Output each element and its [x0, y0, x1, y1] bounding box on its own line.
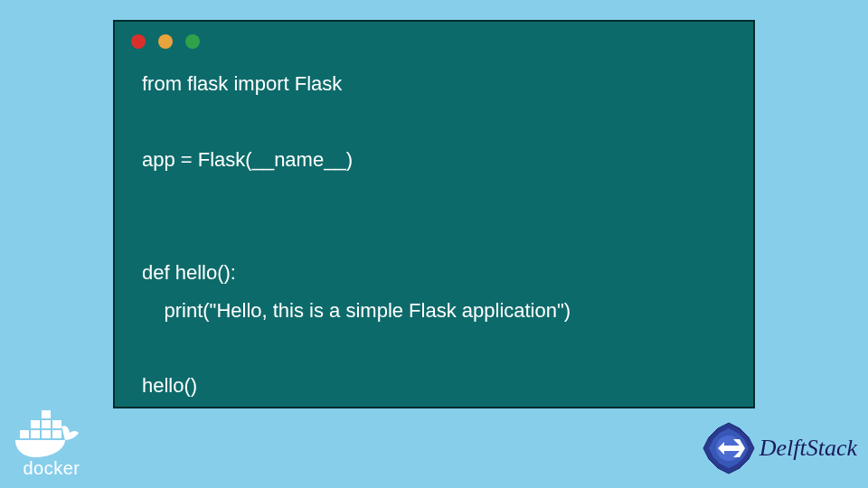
delftstack-label: DelftStack: [760, 435, 857, 462]
delftstack-logo: DelftStack: [702, 421, 857, 475]
svg-rect-3: [52, 430, 61, 438]
delftstack-badge-icon: [702, 421, 756, 475]
window-controls: [115, 22, 753, 56]
svg-rect-6: [52, 420, 61, 428]
svg-rect-1: [31, 430, 40, 438]
svg-rect-2: [42, 430, 51, 438]
svg-rect-0: [20, 430, 29, 438]
code-content: from flask import Flask app = Flask(__na…: [115, 56, 753, 423]
svg-rect-4: [31, 420, 40, 428]
svg-rect-7: [42, 410, 51, 418]
svg-rect-5: [42, 420, 51, 428]
minimize-icon: [158, 34, 173, 49]
close-icon: [131, 34, 146, 49]
docker-logo: docker: [11, 410, 92, 479]
code-window: from flask import Flask app = Flask(__na…: [113, 20, 755, 408]
maximize-icon: [185, 34, 200, 49]
docker-label: docker: [11, 458, 92, 479]
docker-whale-icon: [11, 410, 92, 460]
